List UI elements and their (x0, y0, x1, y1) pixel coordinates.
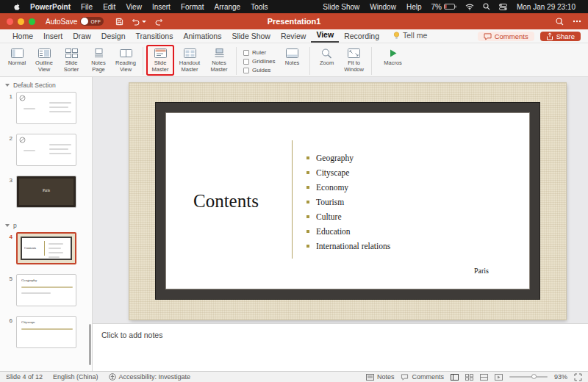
menu-window[interactable]: Window (365, 3, 401, 11)
slideshow-toggle[interactable] (495, 374, 503, 381)
bullet-item[interactable]: Economy (306, 180, 390, 195)
menu-arrange[interactable]: Arrange (209, 3, 246, 11)
slide-row-6[interactable]: 6 Cityscape (0, 316, 92, 348)
normal-view-button[interactable]: Normal (4, 46, 29, 68)
slide-title[interactable]: Contents (193, 191, 259, 212)
slide-row-1[interactable]: 1 (0, 92, 92, 124)
current-slide[interactable]: Contents Geography Cityscape Economy Tou… (129, 83, 566, 320)
guides-checkbox-box (243, 68, 249, 73)
normal-view-toggle[interactable] (451, 374, 459, 381)
battery-indicator[interactable]: 7% (426, 3, 460, 11)
control-center-menu-item[interactable] (495, 4, 512, 10)
slide-row-5[interactable]: 5 Geography (0, 274, 92, 306)
tab-slide-show[interactable]: Slide Show (226, 30, 276, 43)
zoom-slider[interactable] (509, 376, 548, 378)
guides-checkbox[interactable]: Guides (243, 67, 276, 73)
gridlines-checkbox[interactable]: Gridlines (243, 58, 276, 65)
tab-review[interactable]: Review (276, 30, 311, 43)
menu-insert[interactable]: Insert (147, 3, 176, 11)
close-button[interactable] (7, 18, 13, 25)
slide-1-number: 1 (4, 92, 12, 100)
slide-thumbnail-5[interactable]: Geography (16, 274, 76, 306)
save-button[interactable] (115, 18, 123, 26)
minimize-button[interactable] (18, 18, 24, 25)
slide-bullet-list[interactable]: Geography Cityscape Economy Tourism Cult… (306, 151, 390, 253)
notes-toggle[interactable]: Notes (366, 373, 395, 381)
bullet-item[interactable]: Cityscape (306, 165, 390, 180)
reading-view-button[interactable]: Reading View (113, 46, 138, 74)
wifi-menu-item[interactable] (461, 4, 478, 10)
slide-sorter-button[interactable]: Slide Sorter (59, 46, 84, 74)
slide-row-4[interactable]: 4 Contents (0, 232, 92, 264)
undo-button[interactable] (132, 18, 146, 26)
macros-button[interactable]: Macros (381, 46, 406, 68)
tab-draw[interactable]: Draw (68, 30, 96, 43)
menubar-clock[interactable]: Mon Jan 29 23:10 (512, 3, 581, 11)
handout-master-button[interactable]: Handout Master (175, 46, 204, 74)
notes-pane[interactable]: Click to add notes (93, 323, 588, 371)
tab-design[interactable]: Design (96, 30, 131, 43)
autosave-toggle[interactable]: AutoSave OFF (46, 17, 104, 26)
ruler-checkbox[interactable]: Ruler (243, 49, 276, 56)
slide-footer[interactable]: Paris (474, 267, 489, 275)
redo-button[interactable] (154, 18, 163, 26)
notes-master-button[interactable]: Notes Master (207, 46, 232, 74)
slide-canvas[interactable]: Contents Geography Cityscape Economy Tou… (93, 77, 588, 323)
more-button[interactable] (573, 20, 581, 23)
reading-view-toggle[interactable] (480, 374, 488, 381)
menu-format[interactable]: Format (176, 3, 209, 11)
zoom-button[interactable]: Zoom (315, 46, 340, 68)
slide-master-button[interactable]: Slide Master (148, 46, 173, 74)
slide-thumbnail-4[interactable]: Contents (16, 232, 76, 264)
bullet-item[interactable]: International relations (306, 239, 390, 253)
tab-insert[interactable]: Insert (38, 30, 68, 43)
menu-tools[interactable]: Tools (245, 3, 273, 11)
accessibility-status[interactable]: Accessibility: Investigate (109, 373, 191, 381)
section-header-default[interactable]: Default Section (0, 77, 92, 92)
tab-home[interactable]: Home (7, 30, 38, 43)
slide-row-3[interactable]: 3 Paris (0, 176, 92, 208)
language-indicator[interactable]: English (China) (53, 373, 98, 381)
section-header-p[interactable]: p (0, 217, 92, 232)
bullet-item[interactable]: Education (306, 224, 390, 239)
sidebar-scrollbar[interactable] (89, 324, 91, 365)
notes-toggle-button[interactable]: Notes (280, 46, 305, 68)
comments-toggle[interactable]: Comments (401, 373, 444, 381)
fit-slide-button[interactable] (574, 373, 582, 381)
slide-thumbnail-2[interactable] (16, 134, 76, 166)
bullet-item[interactable]: Culture (306, 209, 390, 224)
slide-thumbnail-6[interactable]: Cityscape (16, 316, 76, 348)
tab-view[interactable]: View (311, 29, 339, 43)
tab-transitions[interactable]: Transitions (130, 30, 178, 43)
fit-to-window-button[interactable]: Fit to Window (342, 46, 367, 74)
menu-file[interactable]: File (76, 3, 98, 11)
zoom-slider-knob[interactable] (531, 374, 537, 379)
comments-button[interactable]: Comments (478, 32, 534, 41)
notes-placeholder[interactable]: Click to add notes (101, 331, 162, 339)
fullscreen-button[interactable] (29, 18, 35, 25)
slide-thumbnail-1[interactable] (16, 92, 76, 124)
menu-edit[interactable]: Edit (98, 3, 121, 11)
slide-sorter-toggle[interactable] (465, 374, 473, 381)
tab-recording[interactable]: Recording (339, 30, 384, 43)
tab-animations[interactable]: Animations (178, 30, 226, 43)
picture-frame[interactable]: Contents Geography Cityscape Economy Tou… (156, 103, 539, 299)
tell-me-button[interactable]: Tell me (393, 31, 427, 43)
zoom-percent[interactable]: 93% (554, 373, 567, 381)
search-button[interactable] (556, 18, 564, 26)
hidden-slide-icon (19, 95, 26, 101)
slide-row-2[interactable]: 2 (0, 134, 92, 166)
autosave-switch[interactable]: OFF (80, 17, 104, 26)
bullet-item[interactable]: Tourism (306, 195, 390, 209)
menu-help[interactable]: Help (401, 3, 427, 11)
slide-thumbnail-3[interactable]: Paris (16, 176, 76, 208)
outline-view-button[interactable]: Outline View (32, 46, 57, 74)
menu-slide-show[interactable]: Slide Show (318, 3, 365, 11)
bullet-item[interactable]: Geography (306, 151, 390, 165)
share-button[interactable]: Share (540, 32, 581, 41)
apple-menu[interactable] (7, 3, 25, 11)
notes-page-button[interactable]: Notes Page (86, 46, 111, 74)
spotlight-menu-item[interactable] (478, 3, 495, 10)
menu-view[interactable]: View (121, 3, 147, 11)
menu-powerpoint[interactable]: PowerPoint (25, 3, 76, 11)
